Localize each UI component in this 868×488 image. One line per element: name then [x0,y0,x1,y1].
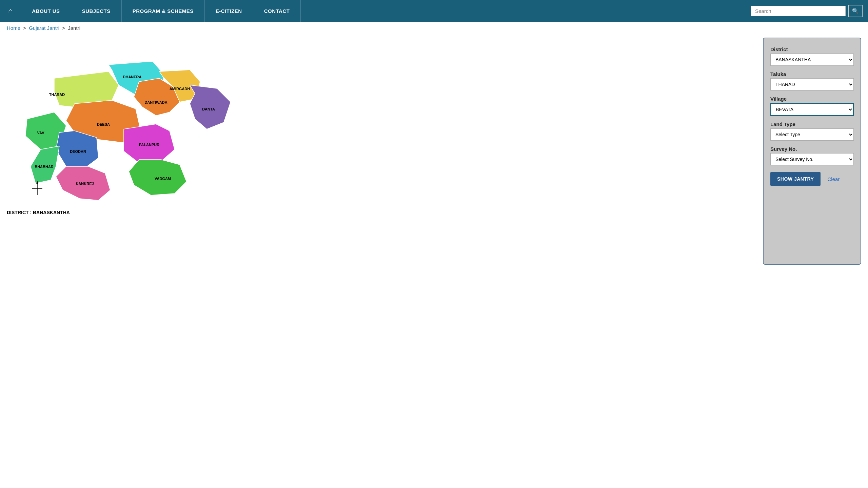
nav-item-e-citizen[interactable]: E-CITIZEN [205,0,253,22]
region-label-deesa: DEESA [97,122,110,126]
home-nav-button[interactable]: ⌂ [0,0,21,22]
search-button[interactable]: 🔍 [848,5,863,17]
taluka-field: Taluka THARADDHANERADEESAPALANPURDANTAVA… [770,71,854,90]
breadcrumb-current: Jantri [68,25,80,31]
district-map: THARAD DHANERA DANTIWADA AMIRGADH DANTA … [7,44,271,221]
land-type-label-text: Land Type [770,121,854,127]
nav-item-contact[interactable]: CONTACT [253,0,301,22]
district-select[interactable]: BANASKANTHAAHMEDABADAMRELIANANDARVALLI [770,54,854,66]
map-area: THARAD DHANERA DANTIWADA AMIRGADH DANTA … [7,38,756,265]
breadcrumb: Home > Gujarat Jantri > Jantri [0,22,868,34]
main-content: THARAD DHANERA DANTIWADA AMIRGADH DANTA … [0,34,868,271]
search-area: 🔍 [745,0,868,22]
home-icon: ⌂ [8,6,13,15]
village-label-text: Village [770,96,854,102]
region-label-amirgadh: AMIRGADH [170,87,190,91]
region-label-danta: DANTA [202,107,215,111]
village-field: Village BEVATAOTHER [770,96,854,116]
breadcrumb-gujarat-jantri[interactable]: Gujarat Jantri [29,25,59,31]
breadcrumb-home[interactable]: Home [7,25,20,31]
taluka-select[interactable]: THARADDHANERADEESAPALANPURDANTAVADGAMDEO… [770,78,854,90]
nav-item-program-schemes[interactable]: PROGRAM & SCHEMES [122,0,205,22]
region-label-vav: VAV [37,131,45,135]
nav-item-about-us[interactable]: ABOUT US [21,0,71,22]
sidebar-panel: District BANASKANTHAAHMEDABADAMRELIANAND… [763,38,861,265]
navigation: ⌂ ABOUT US SUBJECTS PROGRAM & SCHEMES E-… [0,0,868,22]
region-label-bhabhar: BHABHAR [35,165,54,169]
region-label-palanpur: PALANPUR [139,143,159,147]
search-icon: 🔍 [852,8,859,14]
nav-item-subjects[interactable]: SUBJECTS [71,0,122,22]
map-container: THARAD DHANERA DANTIWADA AMIRGADH DANTA … [7,44,278,222]
region-label-deodar: DEODAR [70,149,86,154]
land-type-field: Land Type Select TypeA-1A-2B-1B-2 [770,121,854,141]
show-jantry-button[interactable]: SHOW JANTRY [770,172,821,186]
survey-label-text: Survey No. [770,146,854,152]
district-label-text: District [770,46,854,52]
region-label-kankrej: KANKREJ [76,182,94,186]
region-label-vadgam: VADGAM [155,177,171,181]
survey-select[interactable]: Select Survey No. [770,153,854,165]
village-select[interactable]: BEVATAOTHER [770,103,854,116]
clear-button[interactable]: Clear [827,176,840,182]
svg-text:N: N [37,180,39,181]
compass: N [31,180,44,198]
survey-field: Survey No. Select Survey No. [770,146,854,165]
land-type-select[interactable]: Select TypeA-1A-2B-1B-2 [770,128,854,141]
svg-marker-2 [36,181,38,184]
district-field: District BANASKANTHAAHMEDABADAMRELIANAND… [770,46,854,66]
region-label-dantiwada: DANTIWADA [144,100,167,104]
action-buttons: SHOW JANTRY Clear [770,172,854,186]
region-label-dhanera: DHANERA [123,75,142,79]
district-label: DISTRICT : BANASKANTHA [7,210,70,215]
region-label-tharad: THARAD [49,93,65,97]
search-input[interactable] [751,6,846,16]
taluka-label-text: Taluka [770,71,854,77]
